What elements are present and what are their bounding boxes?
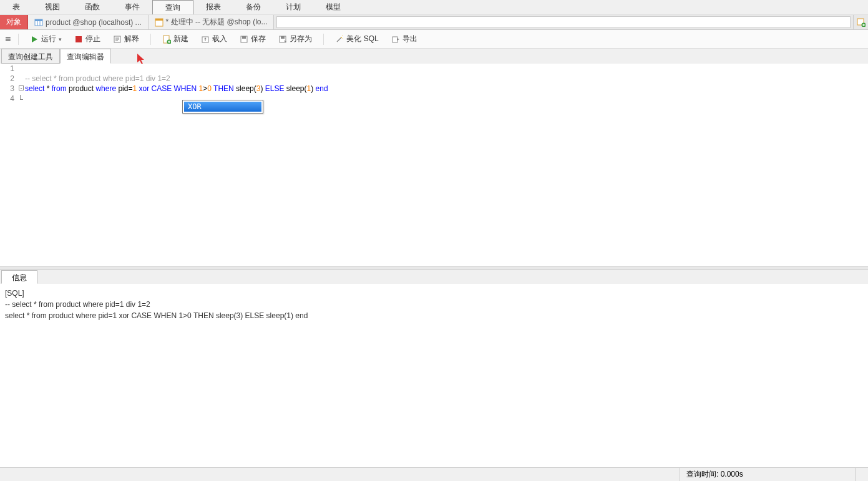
address-bar[interactable] [276,16,851,28]
save-button[interactable]: 保存 [236,32,270,46]
save-as-icon [278,35,287,44]
load-icon [201,35,210,44]
code-content[interactable]: -- select * from product where pid=1 div… [24,64,868,266]
export-button[interactable]: 导出 [388,32,421,46]
hamburger-icon[interactable]: ≡ [5,34,11,45]
line-number: 3 [0,84,14,94]
stop-label: 停止 [85,34,100,44]
info-panel: [SQL] -- select * from product where pid… [0,284,868,467]
toolbar: ≡ 运行 ▾ 停止 解释 新建 载入 保存 另存为 美化 SQL 导出 [0,30,868,49]
wand-icon [335,35,344,44]
status-empty-cell [856,468,868,481]
load-label: 载入 [212,34,227,44]
menu-item-backup[interactable]: 备份 [233,0,273,14]
tab-objects-label: 对象 [6,17,21,27]
play-icon [30,35,39,44]
tab-product[interactable]: product @shop (localhost) ... [28,15,149,29]
tab-untitled-query[interactable]: * 处理中 -- 无标题 @shop (lo... [149,15,275,29]
svg-marker-33 [397,38,399,41]
code-line [25,64,868,74]
main-menu-bar: 表 视图 函数 事件 查询 报表 备份 计划 模型 [0,0,868,15]
info-tabs: 信息 [0,270,868,284]
svg-rect-24 [242,36,246,39]
menu-item-view[interactable]: 视图 [32,0,72,14]
code-line: select * from product where pid=1 xor CA… [25,84,868,94]
svg-rect-1 [35,19,42,21]
stop-icon [74,35,83,44]
export-label: 导出 [402,34,417,44]
svg-rect-11 [76,36,82,42]
svg-line-30 [342,36,343,36]
menu-item-table[interactable]: 表 [0,0,32,14]
tab-query-editor[interactable]: 查询编辑器 [60,49,111,64]
svg-line-31 [343,38,343,39]
code-editor[interactable]: 1 2 3 4 - -- select * from product where… [0,64,868,266]
svg-rect-32 [393,37,397,42]
menu-item-function[interactable]: 函数 [72,0,112,14]
beautify-label: 美化 SQL [346,34,378,44]
autocomplete-item[interactable]: XOR [184,102,261,112]
fold-column: - [19,64,24,266]
tab-objects[interactable]: 对象 [0,15,28,29]
stop-button[interactable]: 停止 [71,32,104,46]
run-button[interactable]: 运行 ▾ [26,32,66,46]
new-tab-button[interactable] [853,15,868,29]
line-gutter: 1 2 3 4 [0,64,19,266]
dropdown-icon: ▾ [59,36,62,42]
save-as-label: 另存为 [290,34,312,44]
menu-item-event[interactable]: 事件 [112,0,152,14]
toolbar-separator [18,34,19,45]
svg-point-29 [341,37,342,38]
save-as-button[interactable]: 另存为 [275,32,316,46]
query-icon [155,18,163,27]
tab-info[interactable]: 信息 [1,270,37,284]
autocomplete-popup[interactable]: XOR [182,100,263,114]
explain-label: 解释 [124,34,139,44]
svg-marker-34 [137,54,144,64]
export-icon [391,35,400,44]
tab-product-label: product @shop (localhost) ... [46,18,142,27]
save-icon [240,35,248,44]
line-number: 2 [0,74,14,84]
info-line: [SQL] [5,288,863,299]
beautify-button[interactable]: 美化 SQL [331,32,382,46]
status-query-time: 查询时间: 0.000s [680,468,855,481]
tab-untitled-label: * 处理中 -- 无标题 @shop (lo... [166,17,268,27]
new-icon [162,35,171,44]
toolbar-separator [323,34,324,45]
table-icon [34,18,43,27]
load-button[interactable]: 载入 [197,32,231,46]
line-number: 1 [0,64,14,74]
svg-rect-26 [281,36,285,39]
svg-marker-10 [32,36,37,42]
svg-rect-5 [155,19,163,21]
menu-item-schedule[interactable]: 计划 [273,0,313,14]
line-number: 4 [0,94,14,104]
menu-item-report[interactable]: 报表 [193,0,233,14]
toolbar-separator [150,34,151,45]
object-tabs-row: 对象 product @shop (localhost) ... * 处理中 -… [0,15,868,30]
plus-icon [857,18,866,27]
menu-item-query[interactable]: 查询 [152,0,193,14]
explain-button[interactable]: 解释 [109,32,143,46]
run-label: 运行 [41,34,56,44]
fold-toggle-icon[interactable]: - [19,85,24,90]
info-line: -- select * from product where pid=1 div… [5,299,863,310]
info-line: select * from product where pid=1 xor CA… [5,310,863,321]
new-button[interactable]: 新建 [158,32,192,46]
fold-end-icon [20,95,23,100]
code-line: -- select * from product where pid=1 div… [25,74,868,84]
svg-line-28 [337,37,341,42]
code-line [25,94,868,104]
editor-tabs: 查询创建工具 查询编辑器 [0,49,868,64]
menu-item-model[interactable]: 模型 [313,0,353,14]
explain-icon [113,35,122,44]
new-label: 新建 [173,34,188,44]
save-label: 保存 [251,34,266,44]
status-bar: 查询时间: 0.000s [0,467,868,481]
tab-query-builder[interactable]: 查询创建工具 [1,49,60,64]
